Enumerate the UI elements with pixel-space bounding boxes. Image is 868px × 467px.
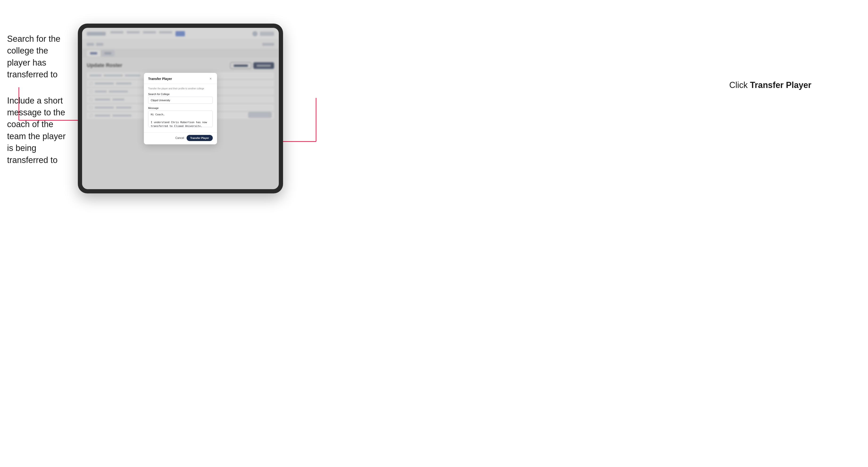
cancel-button[interactable]: Cancel xyxy=(175,136,184,139)
message-textarea[interactable]: Hi Coach, I understand Chris Robertson h… xyxy=(148,111,213,127)
annotation-search-text: Search for the college the player has tr… xyxy=(7,34,60,79)
search-college-input[interactable] xyxy=(148,97,213,104)
modal-body: Transfer the player and their profile to… xyxy=(144,84,217,132)
annotation-click-text: Click xyxy=(729,80,750,90)
tablet-screen: Update Roster xyxy=(82,28,279,189)
annotation-message-text: Include a short message to the coach of … xyxy=(7,96,66,165)
transfer-player-modal: Transfer Player × Transfer the player an… xyxy=(144,73,217,144)
modal-footer: Cancel Transfer Player xyxy=(144,132,217,144)
transfer-player-button[interactable]: Transfer Player xyxy=(187,135,213,141)
modal-close-button[interactable]: × xyxy=(209,76,213,81)
modal-subtitle: Transfer the player and their profile to… xyxy=(148,87,213,90)
search-college-label: Search for College xyxy=(148,93,213,96)
annotation-left: Search for the college the player has tr… xyxy=(7,33,73,166)
message-label: Message xyxy=(148,106,213,110)
modal-header: Transfer Player × xyxy=(144,73,217,84)
modal-title: Transfer Player xyxy=(148,77,172,81)
tablet-frame: Update Roster xyxy=(78,24,283,193)
modal-overlay: Transfer Player × Transfer the player an… xyxy=(82,28,279,189)
annotation-transfer-bold: Transfer Player xyxy=(750,80,811,90)
annotation-right: Click Transfer Player xyxy=(729,80,811,90)
